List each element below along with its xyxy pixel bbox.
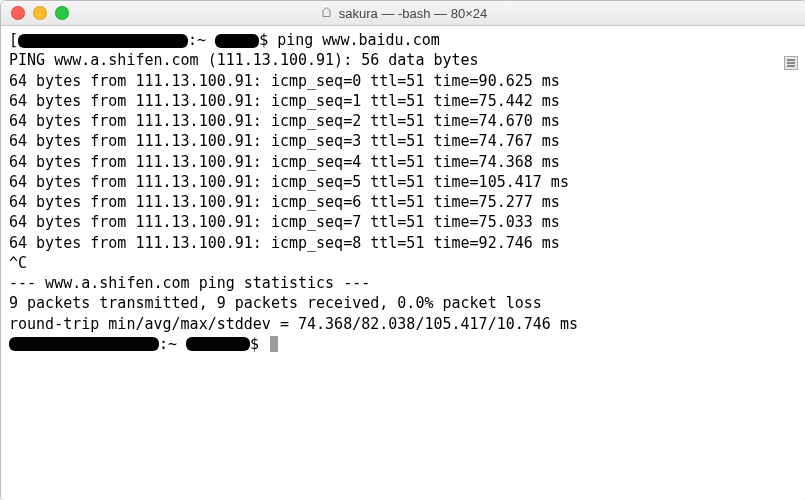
- ping-reply: 64 bytes from 111.13.100.91: icmp_seq=5 …: [9, 172, 798, 192]
- prompt-dollar: $: [250, 335, 268, 353]
- terminal-window: sakura — -bash — 80×24 [:~ $ ping www.ba…: [0, 0, 805, 500]
- window-title: sakura — -bash — 80×24: [1, 6, 805, 21]
- interrupt: ^C: [9, 253, 798, 273]
- ping-header: PING www.a.shifen.com (111.13.100.91): 5…: [9, 50, 798, 70]
- scroll-indicator-icon[interactable]: [784, 56, 798, 70]
- ping-reply: 64 bytes from 111.13.100.91: icmp_seq=6 …: [9, 192, 798, 212]
- ping-reply: 64 bytes from 111.13.100.91: icmp_seq=4 …: [9, 152, 798, 172]
- cursor-icon: [270, 336, 278, 352]
- ping-reply: 64 bytes from 111.13.100.91: icmp_seq=1 …: [9, 91, 798, 111]
- stats-line: 9 packets transmitted, 9 packets receive…: [9, 293, 798, 313]
- stats-line: round-trip min/avg/max/stddev = 74.368/8…: [9, 314, 798, 334]
- prompt-line-1: [:~ $ ping www.baidu.com: [9, 30, 798, 50]
- prompt-dollar: $: [259, 31, 277, 49]
- stats-header: --- www.a.shifen.com ping statistics ---: [9, 273, 798, 293]
- redacted-hostname: [9, 337, 159, 351]
- ping-reply: 64 bytes from 111.13.100.91: icmp_seq=2 …: [9, 111, 798, 131]
- ping-reply: 64 bytes from 111.13.100.91: icmp_seq=8 …: [9, 233, 798, 253]
- ping-reply: 64 bytes from 111.13.100.91: icmp_seq=3 …: [9, 131, 798, 151]
- titlebar: sakura — -bash — 80×24: [1, 1, 805, 26]
- prompt-line-2: :~ $: [9, 334, 798, 354]
- command-text: ping www.baidu.com: [277, 31, 440, 49]
- home-icon: [320, 6, 333, 21]
- redacted-user: [215, 34, 259, 48]
- ping-reply: 64 bytes from 111.13.100.91: icmp_seq=0 …: [9, 71, 798, 91]
- redacted-hostname: [18, 34, 188, 48]
- terminal-content[interactable]: [:~ $ ping www.baidu.com PING www.a.shif…: [1, 26, 805, 500]
- redacted-user: [186, 337, 250, 351]
- prompt-sep: :~: [188, 31, 215, 49]
- ping-reply: 64 bytes from 111.13.100.91: icmp_seq=7 …: [9, 212, 798, 232]
- window-title-text: sakura — -bash — 80×24: [339, 6, 488, 21]
- prompt-sep: :~: [159, 335, 186, 353]
